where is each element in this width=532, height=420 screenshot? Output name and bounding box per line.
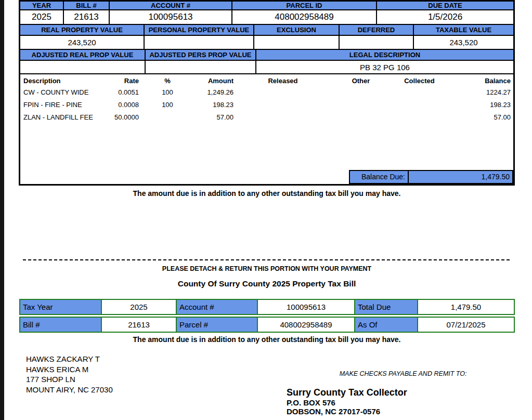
parcel-number-label: Parcel # — [176, 317, 258, 333]
payment-stub-table: Tax Year 2025 Account # 100095613 Total … — [19, 299, 515, 333]
taxpayer-street-line: 177 SHOP LN — [26, 374, 113, 385]
adjusted-pers-prop-value-header: ADJUSTED PERS PROP VALUE — [146, 50, 255, 60]
table-row: CW - COUNTY WIDE 0.0051 100 1,249.26 122… — [20, 86, 513, 99]
description-column-header: Description — [20, 76, 103, 86]
levy-percent: 100 — [139, 86, 196, 99]
taxpayer-city-line: MOUNT AIRY, NC 27030 — [26, 385, 113, 395]
levy-amount: 198.23 — [196, 99, 233, 111]
parcel-number-value: 408002958489 — [257, 317, 355, 333]
legal-description-header: LEGAL DESCRIPTION — [256, 50, 513, 60]
due-date-value: 1/5/2026 — [377, 10, 513, 24]
legal-description-value: PB 32 PG 106 — [256, 61, 513, 73]
amount-column-header: Amount — [196, 76, 233, 86]
real-property-value: 243,520 — [20, 36, 144, 49]
detach-instruction: PLEASE DETACH & RETURN THIS PORTION WITH… — [19, 265, 515, 272]
exclusion-value — [254, 36, 339, 49]
property-value-band: REAL PROPERTY VALUE PERSONAL PROPERTY VA… — [20, 25, 513, 50]
percent-column-header: % — [139, 76, 196, 86]
tax-year-label: Tax Year — [19, 299, 102, 315]
exclusion-header: EXCLUSION — [254, 25, 339, 35]
taxpayer-address-block: HAWKS ZACKARY T HAWKS ERICA M 177 SHOP L… — [26, 354, 113, 395]
levy-other — [332, 86, 390, 99]
levy-other — [332, 111, 390, 124]
account-number-value: 100095613 — [110, 10, 231, 24]
account-number-value: 100095613 — [257, 299, 355, 315]
as-of-label: As Of — [354, 317, 418, 333]
levy-rate: 0.0051 — [103, 86, 139, 99]
bill-number-header: BILL # — [64, 2, 109, 9]
levy-collected — [390, 111, 449, 124]
make-checks-payable-instruction: MAKE CHECKS PAYABLE AND REMIT TO: — [281, 370, 525, 377]
adjusted-real-prop-value-header: ADJUSTED REAL PROP VALUE — [20, 50, 145, 60]
bill-number-label: Bill # — [19, 317, 102, 333]
detach-dashed-line — [23, 259, 510, 260]
adjusted-real-prop-value — [20, 61, 145, 73]
personal-property-value-header: PERSONAL PROPERTY VALUE — [145, 25, 253, 35]
due-date-header: DUE DATE — [377, 2, 513, 9]
levy-rate: 50.0000 — [103, 111, 139, 124]
account-number-header: ACCOUNT # — [110, 2, 231, 9]
bill-id-band: YEAR BILL # ACCOUNT # PARCEL ID DUE DATE… — [20, 2, 513, 25]
table-row: Bill # 21613 Parcel # 408002958489 As Of… — [19, 317, 515, 333]
levy-description: FPIN - FIRE - PINE — [20, 99, 103, 111]
remit-city-line: DOBSON, NC 27017-0576 — [287, 407, 407, 416]
tax-bill-page: YEAR BILL # ACCOUNT # PARCEL ID DUE DATE… — [0, 0, 532, 420]
adjusted-pers-prop-value — [146, 61, 255, 73]
year-header: YEAR — [20, 2, 63, 9]
levy-amount: 57.00 — [196, 111, 233, 124]
collected-column-header: Collected — [390, 76, 449, 86]
levy-percent — [139, 111, 196, 124]
levy-other — [332, 99, 390, 111]
real-property-value-header: REAL PROPERTY VALUE — [20, 25, 144, 35]
taxable-value-header: TAXABLE VALUE — [414, 25, 513, 35]
total-due-value: 1,479.50 — [417, 299, 515, 315]
levy-released — [233, 86, 332, 99]
personal-property-value — [145, 36, 253, 49]
levy-description: ZLAN - LANDFILL FEE — [20, 111, 103, 124]
levy-percent: 100 — [139, 99, 196, 111]
table-row: FPIN - FIRE - PINE 0.0008 100 198.23 198… — [20, 99, 513, 111]
taxable-value: 243,520 — [414, 36, 513, 49]
remit-po-box: P.O. BOX 576 — [287, 398, 407, 407]
bill-number-value: 21613 — [101, 317, 177, 333]
levy-balance: 198.23 — [449, 99, 513, 111]
stub-title: County Of Surry County 2025 Property Tax… — [19, 279, 515, 288]
deferred-value — [340, 36, 413, 49]
rate-column-header: Rate — [103, 76, 139, 86]
balance-due-value: 1,479.50 — [408, 170, 513, 184]
released-column-header: Released — [233, 76, 332, 86]
account-number-label: Account # — [176, 299, 258, 315]
table-row: Tax Year 2025 Account # 100095613 Total … — [19, 299, 515, 315]
levy-rate: 0.0008 — [103, 99, 139, 111]
deferred-header: DEFERRED — [340, 25, 413, 35]
adjusted-value-band: ADJUSTED REAL PROP VALUE ADJUSTED PERS P… — [20, 50, 513, 74]
outstanding-bill-notice: The amount due is in addition to any oth… — [19, 189, 515, 198]
levy-collected — [390, 86, 449, 99]
balance-column-header: Balance — [449, 76, 513, 86]
bill-number-value: 21613 — [64, 10, 109, 24]
levy-balance: 1224.27 — [449, 86, 513, 99]
outstanding-bill-notice: The amount due is in addition to any oth… — [19, 335, 515, 344]
remit-payee-name: Surry County Tax Collector — [287, 387, 407, 398]
table-row: ZLAN - LANDFILL FEE 50.0000 57.00 57.00 — [20, 111, 513, 124]
remit-address-block: Surry County Tax Collector P.O. BOX 576 … — [287, 387, 407, 416]
total-due-label: Total Due — [354, 299, 418, 315]
balance-due-label: Balance Due: — [349, 170, 409, 184]
levy-description: CW - COUNTY WIDE — [20, 86, 103, 99]
parcel-id-header: PARCEL ID — [232, 2, 376, 9]
levy-balance: 57.00 — [449, 111, 513, 124]
levy-released — [233, 99, 332, 111]
year-value: 2025 — [20, 10, 63, 24]
balance-due-row: Balance Due: 1,479.50 — [349, 170, 513, 184]
other-column-header: Other — [332, 76, 390, 86]
bill-summary-box: YEAR BILL # ACCOUNT # PARCEL ID DUE DATE… — [19, 0, 515, 186]
levy-amount: 1,249.26 — [196, 86, 233, 99]
levy-released — [233, 111, 332, 124]
scan-edge-strip — [0, 0, 4, 420]
taxpayer-name-line: HAWKS ERICA M — [26, 364, 113, 375]
tax-year-value: 2025 — [101, 299, 177, 315]
taxpayer-name-line: HAWKS ZACKARY T — [26, 354, 113, 364]
levy-header-row: Description Rate % Amount Released Other… — [20, 74, 513, 86]
as-of-value: 07/21/2025 — [417, 317, 515, 333]
levy-detail-table: Description Rate % Amount Released Other… — [20, 74, 513, 184]
